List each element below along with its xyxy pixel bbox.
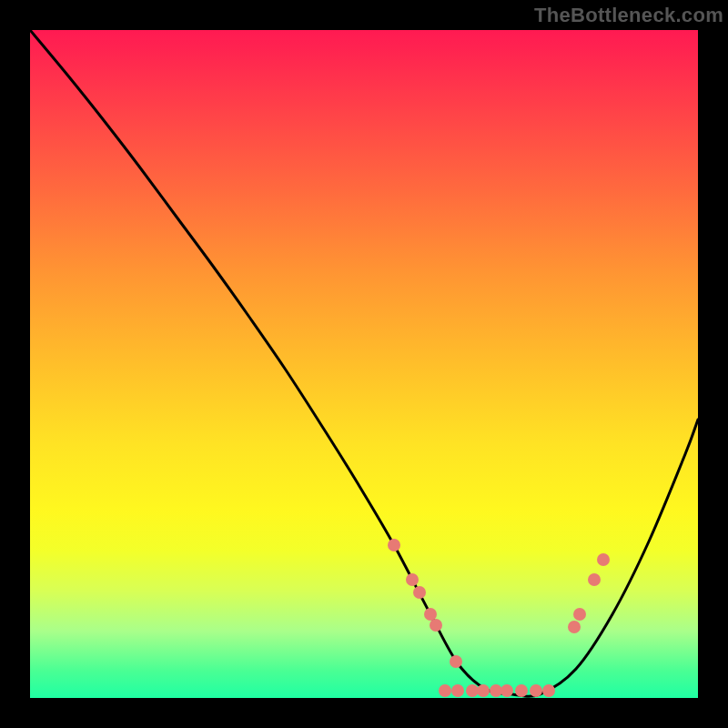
highlight-dot — [597, 553, 610, 566]
highlight-dot — [430, 619, 442, 632]
highlight-dot — [573, 608, 586, 621]
highlight-dot — [500, 684, 513, 697]
highlight-dot — [413, 586, 426, 599]
highlight-dots — [388, 539, 610, 697]
curve-svg — [30, 30, 698, 698]
highlight-dot — [451, 684, 464, 697]
highlight-dot — [466, 684, 479, 697]
highlight-dot — [542, 684, 555, 697]
plot-area — [30, 30, 698, 698]
highlight-dot — [477, 684, 490, 697]
highlight-dot — [439, 684, 451, 697]
highlight-dot — [530, 684, 542, 697]
highlight-dot — [490, 684, 502, 697]
bottleneck-curve — [30, 30, 698, 696]
highlight-dot — [450, 655, 462, 668]
highlight-dot — [515, 684, 528, 697]
highlight-dot — [388, 539, 400, 551]
highlight-dot — [424, 608, 437, 621]
attribution-label: TheBottleneck.com — [534, 4, 723, 27]
highlight-dot — [588, 573, 601, 586]
highlight-dot — [568, 621, 581, 633]
highlight-dot — [406, 573, 419, 586]
chart-frame: TheBottleneck.com — [0, 0, 728, 728]
